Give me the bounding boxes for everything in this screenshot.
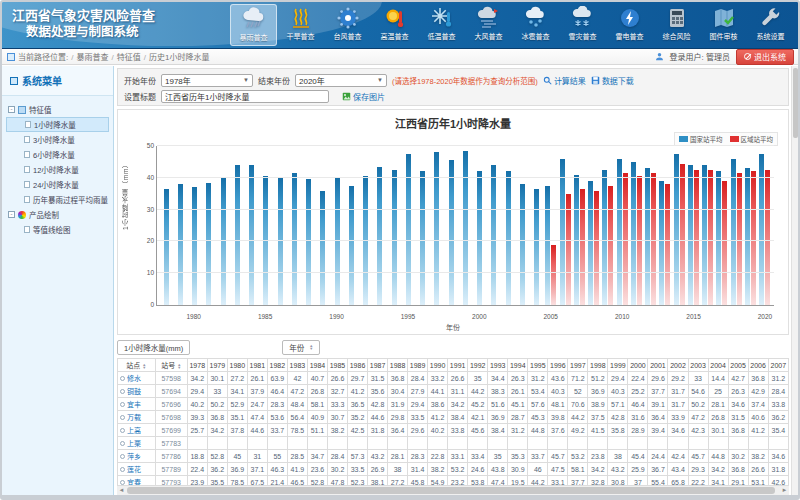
year-column-header[interactable]: 2001 xyxy=(648,359,668,372)
scroll-left-arrow[interactable]: ◄ xyxy=(117,486,126,495)
station-cell[interactable]: 铜鼓 xyxy=(118,385,156,398)
year-column-header[interactable]: 1997 xyxy=(568,359,588,372)
year-column-header[interactable]: 1992 xyxy=(468,359,488,372)
year-column-header[interactable]: 1991 xyxy=(448,359,468,372)
station-cell[interactable]: 上栗 xyxy=(118,437,156,450)
year-column-header[interactable]: 1985 xyxy=(327,359,347,372)
year-sort-control[interactable]: 年份▲▼ xyxy=(282,340,320,355)
year-column-header[interactable]: 1990 xyxy=(428,359,448,372)
value-cell xyxy=(388,437,408,450)
logout-button[interactable]: 退出系统 xyxy=(736,49,794,65)
scrollbar-thumb[interactable] xyxy=(127,487,775,494)
download-button[interactable]: 数据下载 xyxy=(591,75,634,86)
breadcrumb-item[interactable]: 特征值 xyxy=(117,53,141,62)
x-tick xyxy=(515,313,529,320)
tree-item-0-5[interactable]: 历年暴雨过程平均雨量 xyxy=(6,192,109,207)
year-column-header[interactable]: 2005 xyxy=(728,359,748,372)
year-column-header[interactable]: 2007 xyxy=(768,359,788,372)
toolbar-item-low-temp[interactable]: 低温普查 xyxy=(418,4,465,46)
radio-icon[interactable] xyxy=(120,402,125,407)
year-column-header[interactable]: 1988 xyxy=(388,359,408,372)
radio-icon[interactable] xyxy=(120,467,125,472)
year-column-header[interactable]: 2000 xyxy=(628,359,648,372)
year-column-header[interactable]: 2006 xyxy=(748,359,768,372)
year-column-header[interactable]: 2004 xyxy=(708,359,728,372)
radio-icon[interactable] xyxy=(120,415,125,420)
value-cell: 30.8 xyxy=(608,476,628,486)
toolbar-item-composite-risk[interactable]: 综合风险 xyxy=(653,4,700,46)
scroll-right-arrow[interactable]: ► xyxy=(780,486,789,495)
year-column-header[interactable]: 1994 xyxy=(508,359,528,372)
tree-item-0-0[interactable]: 1小时降水量 xyxy=(6,117,109,132)
expand-icon[interactable]: - xyxy=(8,106,15,113)
breadcrumb-item[interactable]: 暴雨普查 xyxy=(76,53,108,62)
tree-item-0-2[interactable]: 6小时降水量 xyxy=(6,147,109,162)
toolbar-item-drought[interactable]: 干旱普查 xyxy=(277,4,324,46)
toolbar-item-hail[interactable]: 冰雹普查 xyxy=(512,4,559,46)
radio-icon[interactable] xyxy=(120,389,125,394)
station-cell[interactable]: 宜春 xyxy=(118,476,156,486)
radio-icon[interactable] xyxy=(120,376,125,381)
station-cell[interactable]: 宜丰 xyxy=(118,398,156,411)
year-column-header[interactable]: 1987 xyxy=(368,359,388,372)
save-image-button[interactable]: 保存图片 xyxy=(342,91,385,102)
station-cell[interactable]: 莲花 xyxy=(118,463,156,476)
x-tick xyxy=(629,313,643,320)
station-cell[interactable]: 修水 xyxy=(118,372,156,385)
toolbar-item-map-review[interactable]: 图件审核 xyxy=(700,4,747,46)
value-cell: 22.4 xyxy=(187,463,207,476)
toolbar-item-typhoon[interactable]: 台风普查 xyxy=(324,4,371,46)
value-cell: 34.2 xyxy=(207,424,227,437)
year-column-header[interactable]: 1978 xyxy=(187,359,207,372)
radio-icon[interactable] xyxy=(120,441,125,446)
tree-group-1[interactable]: -产品绘制 xyxy=(6,207,109,222)
toolbar-item-snow[interactable]: 雪灾普查 xyxy=(559,4,606,46)
year-column-header[interactable]: 2002 xyxy=(668,359,688,372)
tree-item-0-3[interactable]: 12小时降水量 xyxy=(6,162,109,177)
year-column-header[interactable]: 1996 xyxy=(548,359,568,372)
station-column-header[interactable]: 站点▲▼ xyxy=(118,359,156,372)
vscrollbar-thumb[interactable] xyxy=(793,68,798,138)
year-column-header[interactable]: 1979 xyxy=(207,359,227,372)
station-cell[interactable]: 萍乡 xyxy=(118,450,156,463)
year-column-header[interactable]: 1999 xyxy=(608,359,628,372)
start-year-select[interactable]: 1978年▼ xyxy=(161,74,253,87)
year-column-header[interactable]: 2003 xyxy=(688,359,708,372)
year-column-header[interactable]: 1995 xyxy=(528,359,548,372)
tree-item-0-1[interactable]: 3小时降水量 xyxy=(6,132,109,147)
toolbar-item-lightning[interactable]: 雷电普查 xyxy=(606,4,653,46)
radio-icon[interactable] xyxy=(120,428,125,433)
expand-icon[interactable]: - xyxy=(8,211,15,218)
bar-group-1982 xyxy=(216,146,230,305)
year-column-header[interactable]: 1984 xyxy=(307,359,327,372)
horizontal-scrollbar[interactable]: ◄ ► xyxy=(117,485,789,495)
toolbar-item-rainstorm[interactable]: 暴雨普查 xyxy=(230,4,277,46)
year-column-header[interactable]: 1993 xyxy=(488,359,508,372)
toolbar-item-gale[interactable]: 大风普查 xyxy=(465,4,512,46)
toolbar-item-system-settings[interactable]: 系统设置 xyxy=(747,4,794,46)
table-row: 莲花5778922.436.236.937.146.341.923.630.23… xyxy=(118,463,789,476)
tree-group-0[interactable]: -特征值 xyxy=(6,102,109,117)
tree-item-0-4[interactable]: 24小时降水量 xyxy=(6,177,109,192)
chart-title-input[interactable]: 江西省历年1小时降水量 xyxy=(161,90,329,103)
year-column-header[interactable]: 1986 xyxy=(347,359,367,372)
year-column-header[interactable]: 1980 xyxy=(227,359,247,372)
year-column-header[interactable]: 1983 xyxy=(287,359,307,372)
radio-icon[interactable] xyxy=(120,454,125,459)
gale-icon xyxy=(477,6,501,30)
tree-item-1-0[interactable]: 等值线绘图 xyxy=(6,222,109,237)
calculate-button[interactable]: 计算结果 xyxy=(543,75,586,86)
value-cell: 36.8 xyxy=(748,372,768,385)
year-column-header[interactable]: 1998 xyxy=(588,359,608,372)
bar-group-2017 xyxy=(715,146,729,305)
station-cell[interactable]: 上高 xyxy=(118,424,156,437)
vertical-scrollbar[interactable] xyxy=(791,66,798,495)
station-id-column-header[interactable]: 站号▲▼ xyxy=(155,359,187,372)
end-year-select[interactable]: 2020年▼ xyxy=(295,74,387,87)
breadcrumb-item[interactable]: 历史1小时降水量 xyxy=(149,53,209,62)
year-column-header[interactable]: 1989 xyxy=(408,359,428,372)
year-column-header[interactable]: 1981 xyxy=(247,359,267,372)
station-cell[interactable]: 万载 xyxy=(118,411,156,424)
toolbar-item-high-temp[interactable]: 高温普查 xyxy=(371,4,418,46)
year-column-header[interactable]: 1982 xyxy=(267,359,287,372)
